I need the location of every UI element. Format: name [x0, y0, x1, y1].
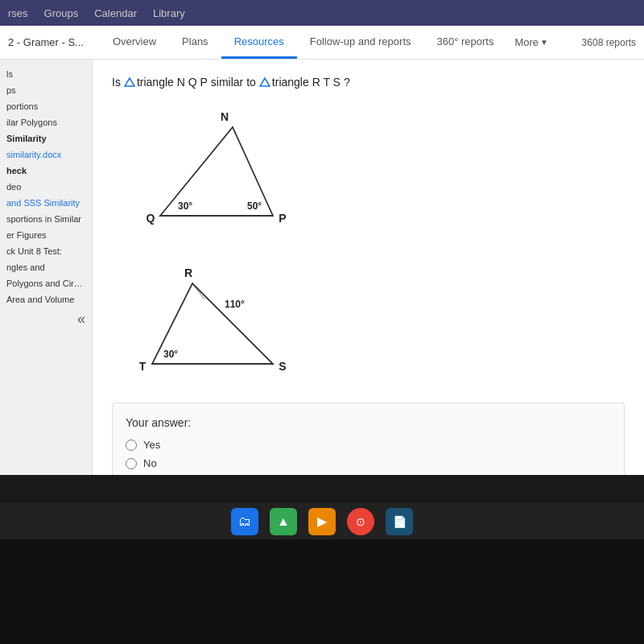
sidebar-item-figures[interactable]: er Figures [0, 227, 92, 243]
option-no[interactable]: No [126, 457, 611, 469]
svg-marker-0 [125, 78, 134, 86]
tab-360reports[interactable]: 360° reports [424, 26, 507, 59]
sidebar-item-proportions[interactable]: sportions in Similar [0, 211, 92, 227]
sidebar-item-video[interactable]: deo [0, 179, 92, 195]
question-suffix: ? [344, 76, 350, 89]
triangle2-label: triangle R T S [272, 76, 341, 89]
option-no-label: No [143, 457, 157, 469]
tab-resources[interactable]: Resources [221, 26, 297, 59]
top-nav: rses Groups Calendar Library [0, 0, 644, 26]
tab-overview[interactable]: Overview [100, 26, 169, 59]
main-content: ls ps portions ilar Polygons Similarity … [0, 60, 644, 475]
question-text: Is triangle N Q P similar to triangle R … [112, 76, 625, 89]
svg-text:R: R [184, 266, 192, 279]
svg-text:Q: Q [147, 212, 155, 225]
svg-text:S: S [279, 360, 286, 373]
sidebar-item-similarity[interactable]: Similarity [0, 130, 92, 147]
screen: rses Groups Calendar Library 2 - Gramer … [0, 0, 644, 475]
svg-text:30°: 30° [178, 200, 192, 212]
triangle-rts: R T S 110° 30° [128, 259, 625, 383]
taskbar-chrome-icon[interactable]: ⊙ [347, 508, 374, 535]
taskbar-play-icon[interactable]: ▶ [308, 508, 336, 535]
triangle1-label: triangle N Q P [137, 76, 208, 89]
svg-text:110°: 110° [225, 299, 245, 310]
nav-item-groups[interactable]: Groups [44, 7, 79, 19]
sidebar-item-check[interactable]: heck [0, 163, 92, 179]
tab-plans[interactable]: Plans [169, 26, 221, 59]
sidebar-item-polygons[interactable]: ilar Polygons [0, 114, 92, 130]
laptop-bezel [0, 539, 644, 644]
breadcrumb[interactable]: 2 - Gramer - S... [8, 36, 84, 48]
taskbar-docs-icon[interactable]: 📄 [386, 508, 413, 535]
sidebar-item-ls[interactable]: ls [0, 66, 92, 82]
answer-section: Your answer: Yes No Clear answer [112, 402, 625, 475]
svg-text:N: N [221, 110, 229, 123]
taskbar-maps-icon[interactable]: ▲ [270, 508, 297, 535]
sidebar-item-angles[interactable]: ngles and [0, 259, 92, 275]
svg-text:30°: 30° [163, 349, 178, 360]
nav-item-library[interactable]: Library [153, 7, 185, 19]
svg-text:50°: 50° [247, 200, 262, 212]
tab-followup[interactable]: Follow-up and reports [297, 26, 424, 59]
svg-marker-1 [260, 78, 270, 86]
triangle1-icon: triangle N Q P [124, 76, 208, 89]
radio-no[interactable] [126, 458, 137, 469]
second-nav: 2 - Gramer - S... Overview Plans Resourc… [0, 26, 644, 60]
nav-item-calendar[interactable]: Calendar [94, 7, 137, 19]
reports-badge: 3608 reports [582, 37, 636, 48]
sidebar-item-ps[interactable]: ps [0, 82, 92, 98]
taskbar-files-icon[interactable]: 🗂 [231, 508, 258, 535]
option-yes[interactable]: Yes [126, 439, 611, 451]
tab-more[interactable]: More ▼ [506, 26, 556, 59]
answer-label: Your answer: [126, 416, 611, 429]
option-yes-label: Yes [143, 439, 160, 451]
triangle2-icon: triangle R T S [259, 76, 341, 89]
question-middle: similar to [211, 76, 256, 89]
content-area: Is triangle N Q P similar to triangle R … [93, 60, 644, 475]
nav-tabs: Overview Plans Resources Follow-up and r… [100, 26, 556, 59]
svg-text:T: T [139, 360, 147, 373]
sidebar-item-unit8[interactable]: ck Unit 8 Test: [0, 243, 92, 259]
svg-text:P: P [279, 212, 286, 225]
question-prefix: Is [112, 76, 121, 89]
sidebar: ls ps portions ilar Polygons Similarity … [0, 60, 93, 475]
sidebar-item-area-volume[interactable]: Area and Volume [0, 291, 92, 308]
taskbar: 🗂 ▲ ▶ ⊙ 📄 [0, 503, 644, 539]
sidebar-item-sss[interactable]: and SSS Similarity [0, 195, 92, 211]
nav-item-courses[interactable]: rses [8, 7, 28, 19]
triangle-nqp: N Q P 30° 50° [128, 103, 625, 235]
diagram-area: N Q P 30° 50° R T [128, 103, 625, 383]
sidebar-collapse-button[interactable]: « [0, 308, 92, 331]
sidebar-item-similarity-docx[interactable]: similarity.docx [0, 147, 92, 163]
radio-yes[interactable] [126, 440, 137, 451]
svg-line-14 [192, 283, 204, 299]
sidebar-item-portions[interactable]: portions [0, 98, 92, 114]
sidebar-item-polygons-circles[interactable]: Polygons and Circles [0, 275, 92, 291]
